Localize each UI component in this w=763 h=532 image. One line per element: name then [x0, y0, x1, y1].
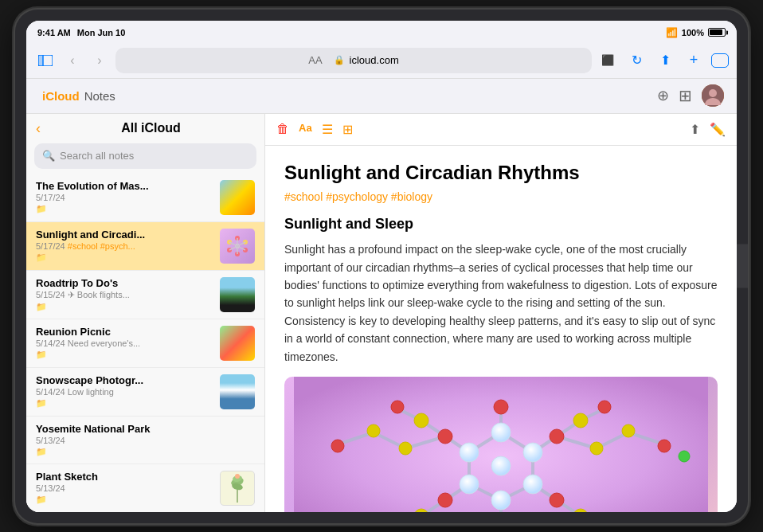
note-title: The Evolution of Mas... — [36, 180, 212, 192]
app-header: iCloud Notes ⊕ ⊞ — [26, 79, 737, 114]
add-note-icon[interactable]: ⊕ — [657, 87, 669, 104]
sidebar: ‹ All iCloud 🔍 Search all notes The Evol… — [26, 114, 265, 512]
note-info: Sunlight and Circadi... 5/17/24 #school … — [36, 229, 212, 263]
note-thumbnail — [220, 326, 255, 361]
note-item[interactable]: The Evolution of Mas... 5/17/24 📁 — [26, 174, 264, 222]
svg-point-80 — [414, 413, 428, 428]
note-toolbar: 🗑 Aa ☰ ⊞ ⬆ ✏️ — [265, 114, 737, 146]
app-logo: iCloud Notes — [39, 89, 115, 103]
svg-rect-0 — [38, 55, 43, 66]
tabs-button[interactable] — [711, 53, 729, 68]
svg-point-84 — [622, 424, 635, 437]
note-thumbnail — [220, 277, 255, 312]
sidebar-title: All iCloud — [47, 121, 255, 135]
browser-chrome: ‹ › AA 🔒 icloud.com ⬛ ↻ ⬆ + — [26, 43, 737, 79]
note-thumbnail — [220, 374, 255, 409]
svg-point-78 — [573, 413, 588, 428]
note-info: Snowscape Photogr... 5/14/24 Low lightin… — [36, 374, 212, 409]
edit-note-button[interactable]: ✏️ — [710, 122, 726, 137]
lock-icon: 🔒 — [334, 55, 345, 65]
note-title: Yosemite National Park — [36, 423, 255, 435]
note-meta: 5/13/24 — [36, 483, 212, 493]
svg-point-66 — [494, 400, 508, 414]
note-section-title: Sunlight and Sleep — [284, 216, 718, 233]
main-content: ‹ All iCloud 🔍 Search all notes The Evol… — [26, 114, 737, 512]
sidebar-toggle-button[interactable] — [34, 49, 57, 72]
wifi-icon: 📶 — [666, 27, 678, 38]
folder-icon: 📁 — [36, 302, 212, 312]
note-title: Reunion Picnic — [36, 326, 212, 338]
back-button[interactable]: ‹ — [36, 120, 41, 137]
folder-icon: 📁 — [36, 252, 212, 263]
checklist-button[interactable]: ☰ — [322, 122, 333, 137]
svg-point-86 — [679, 451, 690, 462]
svg-point-85 — [367, 424, 380, 437]
note-main-title: Sunlight and Circadian Rhythms — [284, 162, 718, 185]
folder-icon: 📁 — [36, 495, 212, 505]
home-button[interactable] — [735, 244, 748, 288]
status-bar: 9:41 AM Mon Jun 10 📶 100% — [26, 21, 737, 43]
folder-icon: 📁 — [36, 350, 212, 360]
refresh-button[interactable]: ↻ — [625, 49, 648, 72]
note-hashtags: #school #psychology #biology — [284, 190, 718, 203]
share-button[interactable]: ⬆ — [654, 49, 676, 72]
svg-point-64 — [460, 443, 479, 462]
battery-label: 100% — [682, 28, 704, 37]
note-info: Roadtrip To Do's 5/15/24 ✈ Book flights.… — [36, 277, 212, 312]
svg-point-4 — [709, 89, 717, 97]
search-bar[interactable]: 🔍 Search all notes — [34, 143, 256, 169]
date-display: Mon Jun 10 — [77, 28, 126, 37]
note-thumbnail — [220, 229, 255, 264]
delete-button[interactable]: 🗑 — [276, 122, 289, 137]
svg-point-67 — [550, 429, 564, 444]
note-item[interactable]: Sunlight and Circadi... 5/17/24 #school … — [26, 222, 264, 271]
note-meta: 5/17/24 — [36, 193, 212, 202]
svg-point-22 — [235, 474, 240, 479]
svg-point-76 — [331, 440, 344, 452]
svg-point-72 — [598, 401, 611, 413]
search-icon: 🔍 — [42, 150, 55, 162]
note-title: Sunlight and Circadi... — [36, 229, 212, 241]
svg-point-63 — [460, 475, 479, 494]
search-placeholder: Search all notes — [60, 150, 134, 162]
svg-point-82 — [590, 442, 603, 455]
notes-list: The Evolution of Mas... 5/17/24 📁 Sunlig… — [26, 174, 264, 512]
forward-button[interactable]: › — [88, 49, 111, 72]
new-tab-button[interactable]: + — [683, 49, 705, 72]
share-note-button[interactable]: ⬆ — [690, 122, 700, 137]
battery-indicator — [708, 28, 726, 37]
note-thumbnail — [220, 180, 255, 215]
text-format-button[interactable]: Aa — [299, 122, 312, 137]
note-item[interactable]: Reunion Picnic 5/14/24 Need everyone's..… — [26, 319, 264, 368]
note-thumbnail — [220, 471, 255, 506]
note-item[interactable]: Roadtrip To Do's 5/15/24 ✈ Book flights.… — [26, 271, 264, 319]
note-body: Sunlight and Circadian Rhythms #school #… — [265, 146, 737, 512]
back-button[interactable]: ‹ — [61, 49, 84, 72]
note-meta: 5/14/24 Low lighting — [36, 387, 212, 397]
note-paragraph: Sunlight has a profound impact on the sl… — [284, 241, 718, 366]
avatar[interactable] — [702, 84, 724, 107]
note-info: Reunion Picnic 5/14/24 Need everyone's..… — [36, 326, 212, 360]
address-bar[interactable]: AA 🔒 icloud.com — [115, 48, 592, 73]
grid-icon[interactable]: ⊞ — [679, 86, 692, 105]
svg-point-60 — [523, 443, 542, 462]
svg-point-59 — [491, 456, 511, 475]
aa-label: AA — [308, 54, 322, 66]
svg-point-61 — [523, 475, 542, 494]
table-button[interactable]: ⊞ — [342, 122, 353, 137]
svg-point-71 — [438, 429, 452, 444]
note-title: Roadtrip To Do's — [36, 277, 212, 289]
folder-icon: 📁 — [36, 398, 212, 409]
note-meta: 5/14/24 Need everyone's... — [36, 338, 212, 348]
header-actions: ⊕ ⊞ — [657, 84, 724, 107]
note-item[interactable]: Snowscape Photogr... 5/14/24 Low lightin… — [26, 368, 264, 417]
svg-point-68 — [550, 493, 564, 507]
note-info: Plant Sketch 5/13/24 📁 — [36, 471, 212, 505]
note-item[interactable]: Plant Sketch 5/13/24 📁 — [26, 464, 264, 512]
translate-button[interactable]: ⬛ — [597, 49, 619, 72]
svg-point-83 — [399, 442, 412, 455]
note-meta: 5/13/24 — [36, 436, 255, 445]
note-info: The Evolution of Mas... 5/17/24 📁 — [36, 180, 212, 214]
svg-point-77 — [658, 440, 671, 452]
note-item[interactable]: Yosemite National Park 5/13/24 📁 — [26, 417, 264, 464]
